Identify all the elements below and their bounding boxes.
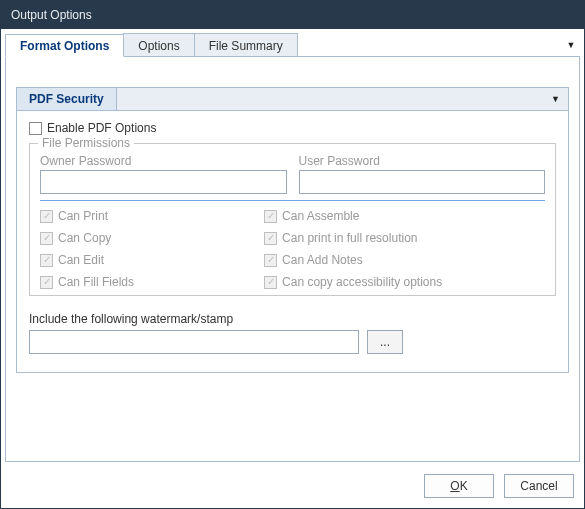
- tab-content: PDF Security ▼ Enable PDF Options File P…: [5, 57, 580, 462]
- checkbox-icon: ✓: [40, 254, 53, 267]
- perm-label: Can copy accessibility options: [282, 275, 442, 289]
- footer: OK Cancel: [1, 466, 584, 508]
- watermark-row: ...: [29, 330, 556, 354]
- section-title: PDF Security: [29, 92, 104, 106]
- divider: [40, 200, 545, 201]
- perm-can-edit: ✓ Can Edit: [40, 253, 256, 267]
- user-password-col: User Password: [299, 154, 546, 194]
- password-row: Owner Password User Password: [40, 154, 545, 194]
- owner-password-input[interactable]: [40, 170, 287, 194]
- perm-can-print: ✓ Can Print: [40, 209, 256, 223]
- perm-label: Can Assemble: [282, 209, 359, 223]
- perm-label: Can Copy: [58, 231, 111, 245]
- checkbox-icon: ✓: [40, 276, 53, 289]
- cancel-button[interactable]: Cancel: [504, 474, 574, 498]
- watermark-input[interactable]: [29, 330, 359, 354]
- section-tab-pdf-security[interactable]: PDF Security: [16, 87, 117, 110]
- checkbox-icon: ✓: [264, 254, 277, 267]
- ellipsis-icon: ...: [380, 335, 390, 349]
- perm-label: Can Fill Fields: [58, 275, 134, 289]
- tab-label: File Summary: [209, 39, 283, 53]
- perm-can-copy-accessibility: ✓ Can copy accessibility options: [264, 275, 545, 289]
- watermark-browse-button[interactable]: ...: [367, 330, 403, 354]
- tab-label: Options: [138, 39, 179, 53]
- perm-label: Can Edit: [58, 253, 104, 267]
- cancel-label: Cancel: [520, 479, 557, 493]
- perm-label: Can Print: [58, 209, 108, 223]
- perm-can-fill-fields: ✓ Can Fill Fields: [40, 275, 256, 289]
- checkbox-icon: ✓: [40, 210, 53, 223]
- file-permissions-fieldset: File Permissions Owner Password User Pas…: [29, 143, 556, 296]
- section-header: PDF Security ▼: [16, 87, 569, 111]
- owner-password-col: Owner Password: [40, 154, 287, 194]
- perm-can-print-full: ✓ Can print in full resolution: [264, 231, 545, 245]
- watermark-label: Include the following watermark/stamp: [29, 312, 556, 326]
- checkbox-icon: ✓: [264, 232, 277, 245]
- perm-can-assemble: ✓ Can Assemble: [264, 209, 545, 223]
- file-permissions-legend: File Permissions: [38, 136, 134, 150]
- owner-password-label: Owner Password: [40, 154, 287, 168]
- window-body: Format Options Options File Summary ▼ PD…: [1, 29, 584, 466]
- user-password-label: User Password: [299, 154, 546, 168]
- enable-pdf-options-checkbox[interactable]: [29, 122, 42, 135]
- permissions-grid: ✓ Can Print ✓ Can Assemble ✓ Can Copy: [40, 209, 545, 289]
- perm-label: Can Add Notes: [282, 253, 363, 267]
- perm-can-add-notes: ✓ Can Add Notes: [264, 253, 545, 267]
- ok-button[interactable]: OK: [424, 474, 494, 498]
- perm-label: Can print in full resolution: [282, 231, 417, 245]
- titlebar: Output Options: [1, 1, 584, 29]
- enable-pdf-options-row[interactable]: Enable PDF Options: [29, 121, 556, 135]
- checkbox-icon: ✓: [264, 210, 277, 223]
- checkbox-icon: ✓: [40, 232, 53, 245]
- ok-label: OK: [450, 479, 467, 493]
- enable-pdf-options-label: Enable PDF Options: [47, 121, 156, 135]
- tab-file-summary[interactable]: File Summary: [194, 33, 298, 56]
- tab-label: Format Options: [20, 39, 109, 53]
- tab-options[interactable]: Options: [123, 33, 194, 56]
- perm-can-copy: ✓ Can Copy: [40, 231, 256, 245]
- main-tabs: Format Options Options File Summary ▼: [5, 33, 580, 57]
- section-body: Enable PDF Options File Permissions Owne…: [16, 111, 569, 373]
- checkbox-icon: ✓: [264, 276, 277, 289]
- window-title: Output Options: [11, 8, 92, 22]
- tabs-expand-icon[interactable]: ▼: [562, 33, 580, 56]
- user-password-input[interactable]: [299, 170, 546, 194]
- section-expand-icon[interactable]: ▼: [117, 87, 569, 110]
- output-options-window: Output Options Format Options Options Fi…: [0, 0, 585, 509]
- tab-format-options[interactable]: Format Options: [5, 34, 124, 57]
